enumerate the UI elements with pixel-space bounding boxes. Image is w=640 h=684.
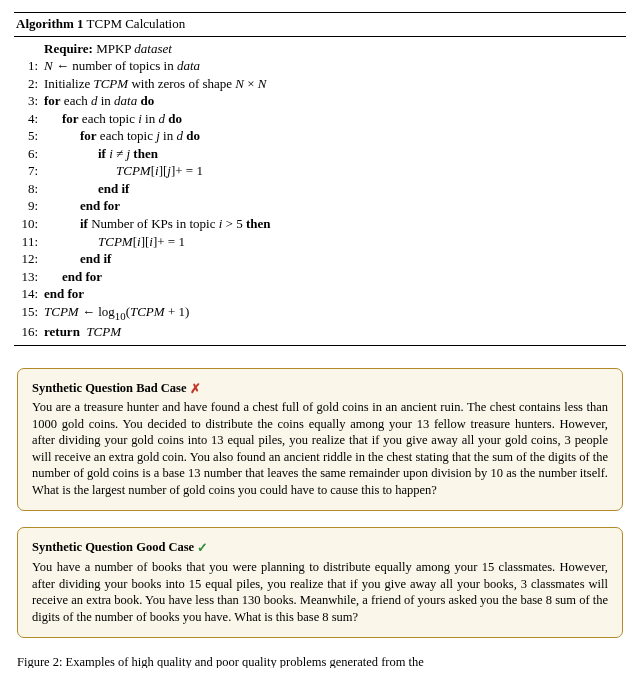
line-code: if Number of KPs in topic i > 5 then [44,215,270,233]
bad-case-title: Synthetic Question Bad Case [32,381,187,395]
line-code: for each topic i in d do [44,110,182,128]
algo-line: 7:TCPM[i][j]+ = 1 [16,162,624,180]
line-number: 13: [16,268,44,286]
line-number: 1: [16,57,44,75]
line-code: end if [44,250,111,268]
algo-line: 8:end if [16,180,624,198]
line-number: 3: [16,92,44,110]
line-number: 16: [16,323,44,341]
bad-case-body: You are a treasure hunter and have found… [32,399,608,498]
good-case-title: Synthetic Question Good Case [32,540,194,554]
line-code: N ← number of topics in data [44,57,200,75]
line-number: 8: [16,180,44,198]
line-code: TCPM ← log10(TCPM + 1) [44,303,189,323]
figure-caption: Figure 2: Examples of high quality and p… [17,654,623,668]
algorithm-header: Algorithm 1 TCPM Calculation [14,13,626,37]
algo-line: 14:end for [16,285,624,303]
algo-line: 16:return TCPM [16,323,624,341]
algorithm-title: TCPM Calculation [87,16,186,31]
good-case-title-row: Synthetic Question Good Case ✓ [32,539,608,557]
algo-line: 2:Initialize TCPM with zeros of shape N … [16,75,624,93]
algo-line: 1:N ← number of topics in data [16,57,624,75]
algo-line: 4:for each topic i in d do [16,110,624,128]
line-code: if i ≠ j then [44,145,158,163]
good-case-box: Synthetic Question Good Case ✓ You have … [17,527,623,638]
good-case-body: You have a number of books that you were… [32,559,608,625]
algo-line: 10:if Number of KPs in topic i > 5 then [16,215,624,233]
bad-case-title-row: Synthetic Question Bad Case ✗ [32,380,608,398]
line-code: end for [44,197,120,215]
line-code: for each d in data do [44,92,154,110]
line-code: end for [44,268,102,286]
algorithm-body: Require: MPKP dataset 1:N ← number of to… [14,37,626,345]
require-text: MPKP dataset [96,41,172,56]
bad-case-box: Synthetic Question Bad Case ✗ You are a … [17,368,623,512]
line-number: 9: [16,197,44,215]
line-code: return TCPM [44,323,121,341]
algorithm-number: 1 [77,16,84,31]
line-number: 6: [16,145,44,163]
line-number: 5: [16,127,44,145]
line-number: 14: [16,285,44,303]
algo-line: 12:end if [16,250,624,268]
line-number: 7: [16,162,44,180]
algo-line: 15:TCPM ← log10(TCPM + 1) [16,303,624,323]
algo-line: 9:end for [16,197,624,215]
line-number: 10: [16,215,44,233]
algo-line: 5:for each topic j in d do [16,127,624,145]
algorithm-block: Algorithm 1 TCPM Calculation Require: MP… [14,12,626,346]
line-number: 11: [16,233,44,251]
line-code: Initialize TCPM with zeros of shape N × … [44,75,267,93]
algo-line: 6:if i ≠ j then [16,145,624,163]
check-icon: ✓ [197,540,208,557]
line-code: end if [44,180,129,198]
line-code: TCPM[i][i]+ = 1 [44,233,185,251]
line-number: 4: [16,110,44,128]
line-code: end for [44,285,84,303]
line-number: 12: [16,250,44,268]
line-code: TCPM[i][j]+ = 1 [44,162,203,180]
line-number: 15: [16,303,44,321]
require-keyword: Require: [44,41,93,56]
line-number: 2: [16,75,44,93]
algo-line: 11:TCPM[i][i]+ = 1 [16,233,624,251]
algo-line: 13:end for [16,268,624,286]
require-line: Require: MPKP dataset [16,40,624,58]
algo-line: 3:for each d in data do [16,92,624,110]
line-code: for each topic j in d do [44,127,200,145]
cross-icon: ✗ [190,381,201,398]
algorithm-label: Algorithm [16,16,77,31]
